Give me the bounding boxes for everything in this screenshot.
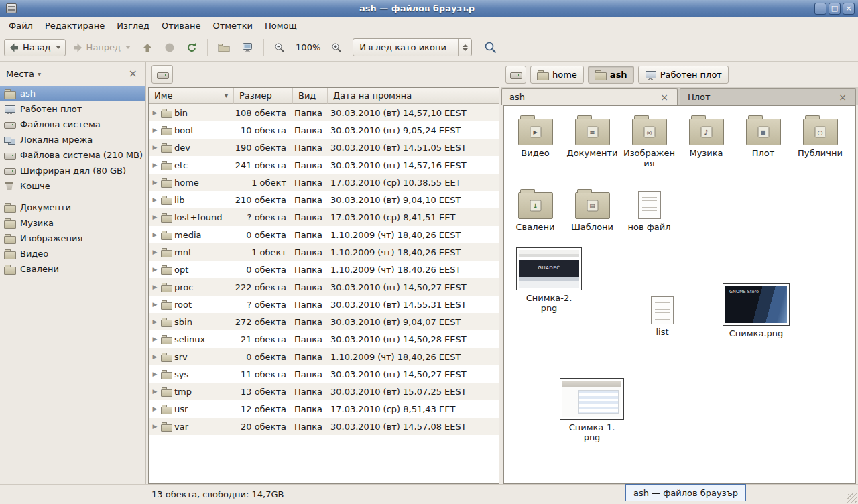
expander-icon[interactable]: ▶ [151,405,158,412]
column-header-3[interactable]: Дата на промяна [328,88,499,104]
sidebar-item-12[interactable]: Свалени [0,261,145,277]
expander-icon[interactable]: ▶ [151,336,158,342]
maximize-button[interactable]: □ [829,3,841,15]
pathbar-root-button[interactable] [505,66,526,84]
expander-icon[interactable]: ▶ [151,388,158,395]
sidebar-item-0[interactable]: ash [0,86,145,101]
pathbar-button-2[interactable]: Работен плот [638,66,729,84]
expander-icon[interactable]: ▶ [151,109,158,116]
menu-item-0[interactable]: Файл [3,19,39,33]
title-bar[interactable]: ash — файлов браузър – □ × [0,0,858,17]
column-header-1[interactable]: Размер [234,88,293,104]
expander-icon[interactable]: ▶ [151,266,158,273]
expander-icon[interactable]: ▶ [151,196,158,203]
expander-icon[interactable]: ▶ [151,423,158,430]
file-item[interactable]: GUADECСнимка-2.png [512,247,586,314]
table-row[interactable]: ▶media0 обектаПапка1.10.2009 (чт) 18,40,… [149,226,499,243]
expander-icon[interactable]: ▶ [151,371,158,377]
stop-button[interactable] [160,39,180,56]
sidebar-item-8[interactable]: Документи [0,200,145,215]
table-row[interactable]: ▶var20 обектаПапка30.03.2010 (вт) 14,57,… [149,418,499,435]
expander-icon[interactable]: ▶ [151,231,158,238]
menu-item-5[interactable]: Помощ [259,19,303,33]
table-row[interactable]: ▶srv0 обектаПапка1.10.2009 (чт) 18,40,26… [149,348,499,365]
zoom-out-button[interactable] [269,39,290,56]
file-item[interactable]: нов файл [621,186,678,233]
expander-icon[interactable]: ▶ [151,284,158,290]
sidebar-item-3[interactable]: Локална мрежа [0,132,145,147]
table-row[interactable]: ▶mnt1 обектПапка1.10.2009 (чт) 18,40,26 … [149,243,499,261]
minimize-button[interactable]: – [814,3,826,15]
zoom-in-button[interactable] [326,39,347,56]
file-item[interactable]: Публични [792,113,849,159]
expander-icon[interactable]: ▶ [151,214,158,220]
file-item[interactable]: Свалени [507,186,564,233]
tab-close-icon[interactable]: × [659,92,670,102]
sidebar-item-2[interactable]: Файлова система [0,117,145,132]
table-row[interactable]: ▶lib210 обектаПапка30.03.2010 (вт) 9,04,… [149,191,499,208]
places-close-icon[interactable]: × [127,68,139,79]
expander-icon[interactable]: ▶ [151,301,158,308]
back-button[interactable]: Назад [4,39,66,56]
table-row[interactable]: ▶root? обектаПапка30.03.2010 (вт) 14,55,… [149,296,499,313]
file-item[interactable]: Шаблони [564,186,621,233]
file-item[interactable]: Документи [564,113,621,159]
table-row[interactable]: ▶opt0 обектаПапка1.10.2009 (чт) 18,40,26… [149,261,499,278]
table-row[interactable]: ▶boot10 обектаПапка30.03.2010 (вт) 9,05,… [149,121,499,139]
table-row[interactable]: ▶lost+found? обектаПапка17.03.2010 (ср) … [149,208,499,226]
tab-close-icon[interactable]: × [837,92,848,102]
file-item[interactable]: GNOME StoreСнимка.png [719,284,793,339]
menu-item-1[interactable]: Редактиране [39,19,111,33]
sidebar-item-10[interactable]: Изображения [0,231,145,246]
menu-item-2[interactable]: Изглед [111,19,156,33]
view-mode-select[interactable]: Изглед като икони [353,38,472,56]
home-button[interactable] [213,39,235,56]
sidebar-item-4[interactable]: Файлова система (210 MB) [0,147,145,163]
sidebar-item-9[interactable]: Музика [0,215,145,231]
table-row[interactable]: ▶sys11 обектаПапка30.03.2010 (вт) 14,50,… [149,365,499,383]
computer-button[interactable] [237,39,258,56]
sidebar-item-11[interactable]: Видео [0,246,145,261]
expander-icon[interactable]: ▶ [151,179,158,186]
table-row[interactable]: ▶home1 обектПапка17.03.2010 (ср) 10,38,5… [149,174,499,191]
pathbar-button-0[interactable]: home [530,66,584,84]
file-item[interactable]: Изображения [621,113,678,169]
sidebar-item-6[interactable]: Кошче [0,178,145,194]
column-header-2[interactable]: Вид [293,88,328,104]
file-item[interactable]: Снимка-1.png [555,378,629,443]
expander-icon[interactable]: ▶ [151,318,158,325]
table-row[interactable]: ▶usr12 обектаПапка17.03.2010 (ср) 8,51,4… [149,400,499,418]
column-header-0[interactable]: Име▾ [149,88,234,104]
menu-item-4[interactable]: Отметки [206,19,258,33]
expander-icon[interactable]: ▶ [151,162,158,168]
sidebar-item-1[interactable]: Работен плот [0,101,145,117]
resize-grip[interactable] [847,493,857,503]
expander-icon[interactable]: ▶ [151,127,158,133]
expander-icon[interactable]: ▶ [151,249,158,255]
file-item[interactable]: Видео [507,113,564,159]
table-row[interactable]: ▶sbin272 обектаПапка30.03.2010 (вт) 9,04… [149,313,499,330]
file-item[interactable]: Музика [678,113,735,159]
back-history-dropdown-icon[interactable] [56,46,61,49]
file-item[interactable]: list [635,292,689,338]
up-button[interactable] [137,39,158,56]
tab-1[interactable]: Плот× [680,88,856,105]
table-row[interactable]: ▶etc241 обектаПапка30.03.2010 (вт) 14,57… [149,156,499,174]
table-row[interactable]: ▶bin108 обектаПапка30.03.2010 (вт) 14,57… [149,104,499,121]
menu-item-3[interactable]: Отиване [156,19,206,33]
tab-0[interactable]: ash× [501,88,678,105]
sidebar-item-5[interactable]: Шифриран дял (80 GB) [0,163,145,178]
table-row[interactable]: ▶dev190 обектаПапка30.03.2010 (вт) 14,51… [149,139,499,156]
file-item[interactable]: Плот [735,113,792,159]
places-title-select[interactable]: Места ▾ [6,69,127,79]
forward-button[interactable]: Напред [68,39,135,56]
close-button[interactable]: × [843,3,855,15]
expander-icon[interactable]: ▶ [151,144,158,151]
expander-icon[interactable]: ▶ [151,353,158,360]
table-row[interactable]: ▶selinux21 обектаПапка30.03.2010 (вт) 14… [149,330,499,348]
table-row[interactable]: ▶tmp13 обектаПапка30.03.2010 (вт) 15,07,… [149,383,499,400]
table-row[interactable]: ▶proc222 обектаПапка30.03.2010 (вт) 14,5… [149,278,499,296]
search-button[interactable] [479,38,502,58]
reload-button[interactable] [182,39,202,56]
filesystem-root-button[interactable] [151,65,173,84]
